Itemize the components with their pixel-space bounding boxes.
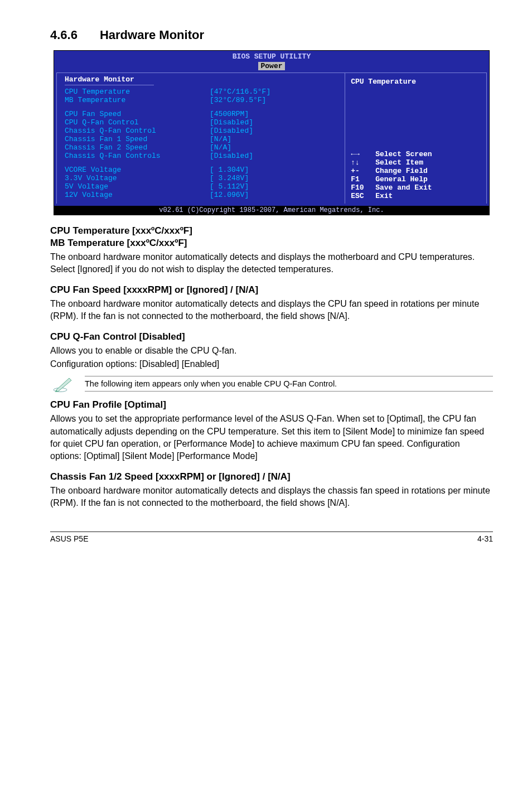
bios-left-pane: Hardware Monitor CPU Temperature[47°C/11… <box>56 73 345 204</box>
svg-marker-1 <box>56 378 71 392</box>
bios-panel: BIOS SETUP UTILITY Power Hardware Monito… <box>54 50 490 215</box>
heading-chassis-fan-speed: Chassis Fan 1/2 Speed [xxxxRPM] or [Igno… <box>50 471 493 482</box>
bios-row: VCORE Voltage[ 1.304V] <box>65 166 339 174</box>
bios-key-hints: ←→Select Screen ↑↓Select Item +-Change F… <box>351 150 482 200</box>
bios-help-title: CPU Temperature <box>351 78 482 86</box>
note-text: The following item appears only when you… <box>85 376 493 392</box>
note-callout: The following item appears only when you… <box>52 375 493 393</box>
bios-panel-title: Hardware Monitor <box>65 75 339 84</box>
section-number: 4.6.6 <box>50 28 78 42</box>
bios-tab-power: Power <box>258 62 284 70</box>
page-footer: ASUS P5E 4-31 <box>50 532 493 543</box>
bios-row: CPU Temperature[47°C/116.5°F] <box>65 88 339 96</box>
paragraph: The onboard hardware monitor automatical… <box>50 251 493 276</box>
bios-row: MB Temperature[32°C/89.5°F] <box>65 96 339 104</box>
paragraph: Allows you to enable or disable the CPU … <box>50 345 493 357</box>
bios-row: 3.3V Voltage[ 3.248V] <box>65 174 339 182</box>
bios-row: Chassis Fan 1 Speed[N/A] <box>65 135 339 143</box>
paragraph: The onboard hardware monitor automatical… <box>50 298 493 322</box>
bios-row: 12V Voltage[12.096V] <box>65 191 339 199</box>
bios-app-title: BIOS SETUP UTILITY <box>54 51 489 61</box>
bios-right-pane: CPU Temperature ←→Select Screen ↑↓Select… <box>345 73 487 204</box>
heading-mb-temperature: MB Temperature [xxxºC/xxxºF] <box>50 238 493 249</box>
paragraph: Allows you to set the appropriate perfor… <box>50 413 493 462</box>
heading-cpu-fan-profile: CPU Fan Profile [Optimal] <box>50 399 493 410</box>
pencil-icon <box>52 375 75 393</box>
heading-cpu-fan-speed: CPU Fan Speed [xxxxRPM] or [Ignored] / [… <box>50 284 493 296</box>
section-heading: 4.6.6Hardware Monitor <box>50 28 493 42</box>
bios-footer: v02.61 (C)Copyright 1985-2007, American … <box>54 206 489 215</box>
paragraph: The onboard hardware monitor automatical… <box>50 485 493 509</box>
heading-cpu-temperature: CPU Temperature [xxxºC/xxxºF] <box>50 225 493 236</box>
bios-row: Chassis Q-Fan Control[Disabled] <box>65 127 339 135</box>
heading-cpu-qfan-control: CPU Q-Fan Control [Disabled] <box>50 331 493 342</box>
bios-row: CPU Fan Speed[4500RPM] <box>65 110 339 118</box>
paragraph: Configuration options: [Disabled] [Enabl… <box>50 358 493 370</box>
bios-row: Chassis Q-Fan Controls[Disabled] <box>65 152 339 160</box>
footer-left: ASUS P5E <box>50 534 88 543</box>
bios-row: 5V Voltage[ 5.112V] <box>65 182 339 191</box>
footer-page-number: 4-31 <box>477 534 493 543</box>
section-title: Hardware Monitor <box>100 28 204 42</box>
bios-row: Chassis Fan 2 Speed[N/A] <box>65 143 339 152</box>
bios-row: CPU Q-Fan Control[Disabled] <box>65 118 339 127</box>
